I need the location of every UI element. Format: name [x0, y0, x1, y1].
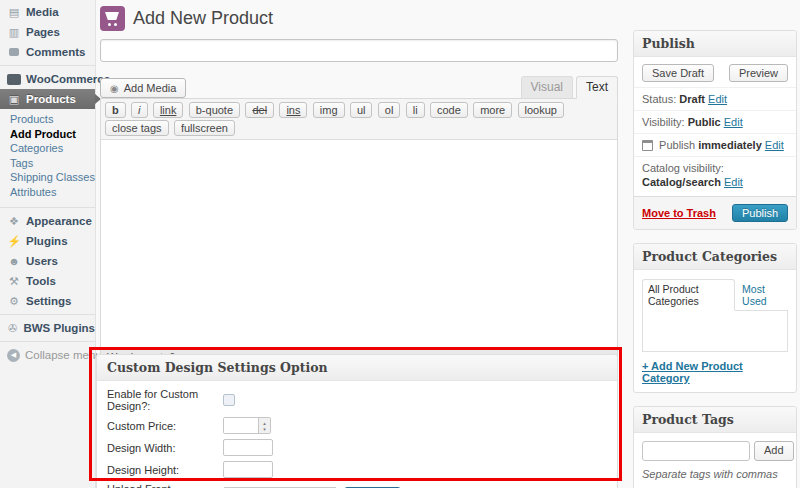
- editor-tabs: Visual Text: [521, 75, 618, 98]
- add-media-button[interactable]: ◉ Add Media: [100, 78, 186, 98]
- sidebar-subitem-add-product[interactable]: Add Product: [0, 127, 95, 142]
- custom-price-input[interactable]: [224, 418, 258, 433]
- sidebar-item-label: Comments: [26, 46, 85, 58]
- sidebar-item-bws-plugins[interactable]: ✇ BWS Plugins: [0, 318, 95, 338]
- sidebar-item-media[interactable]: ▤ Media: [0, 2, 95, 22]
- tools-icon: ⚒: [7, 275, 21, 288]
- visibility-row: Visibility: Public Edit: [634, 110, 796, 133]
- sidebar-item-comments[interactable]: Comments: [0, 42, 95, 62]
- sidebar-subitem-attributes[interactable]: Attributes: [0, 185, 95, 200]
- pages-icon: ▥: [7, 26, 21, 39]
- edit-visibility-link[interactable]: Edit: [724, 116, 743, 128]
- qt-blockquote-button[interactable]: b-quote: [189, 102, 240, 118]
- qt-lookup-button[interactable]: lookup: [518, 102, 564, 118]
- tab-visual[interactable]: Visual: [521, 76, 573, 98]
- enable-custom-design-row: Enable for Custom Design?:: [107, 388, 607, 412]
- qt-bold-button[interactable]: b: [105, 102, 126, 118]
- custom-price-label: Custom Price:: [107, 420, 223, 432]
- qt-code-button[interactable]: code: [430, 102, 468, 118]
- settings-icon: ⚙: [7, 295, 21, 308]
- sidebar-subitem-products[interactable]: Products: [0, 112, 95, 127]
- design-width-row: Design Width:: [107, 439, 607, 456]
- tab-all-categories[interactable]: All Product Categories: [642, 279, 735, 311]
- product-categories-box: Product Categories All Product Categorie…: [633, 243, 797, 393]
- design-height-input[interactable]: [223, 461, 273, 478]
- sidebar-item-label: Users: [26, 255, 58, 267]
- main-content: Add New Product ◉ Add Media Visual Text …: [100, 6, 618, 366]
- sidebar-item-products[interactable]: ▣ Products: [0, 89, 95, 109]
- sidebar-item-pages[interactable]: ▥ Pages: [0, 22, 95, 42]
- right-sidebar: Publish Save Draft Preview Status: Draft…: [633, 30, 797, 488]
- edit-status-link[interactable]: Edit: [708, 93, 727, 105]
- qt-del-button[interactable]: del: [245, 102, 274, 118]
- preview-button[interactable]: Preview: [729, 64, 788, 82]
- product-categories-title: Product Categories: [634, 244, 796, 270]
- sidebar-subitem-shipping-classes[interactable]: Shipping Classes: [0, 170, 95, 185]
- publish-box-title: Publish: [634, 31, 796, 57]
- comments-icon: [7, 48, 21, 56]
- qt-close-tags-button[interactable]: close tags: [105, 120, 169, 136]
- price-spinner[interactable]: ▴ ▾: [258, 418, 270, 433]
- plugins-icon: ⚡: [7, 235, 21, 248]
- sidebar-item-tools[interactable]: ⚒ Tools: [0, 271, 95, 291]
- sidebar-item-settings[interactable]: ⚙ Settings: [0, 291, 95, 311]
- sidebar-item-label: Settings: [26, 295, 71, 307]
- custom-design-settings-panel: Custom Design Settings Option Enable for…: [96, 354, 618, 488]
- spinner-down-icon[interactable]: ▾: [263, 426, 266, 432]
- add-new-category-link[interactable]: + Add New Product Category: [642, 360, 788, 384]
- qt-img-button[interactable]: img: [313, 102, 345, 118]
- sidebar-separator: [0, 207, 95, 208]
- tag-input[interactable]: [642, 441, 750, 461]
- product-cart-icon: [100, 6, 125, 31]
- upload-front-row: Upload Front Background Image: Browse: [107, 483, 607, 488]
- quicktags-toolbar: b i link b-quote del ins img ul ol li co…: [101, 99, 617, 139]
- qt-link-button[interactable]: link: [153, 102, 184, 118]
- edit-schedule-link[interactable]: Edit: [765, 139, 784, 151]
- publish-button[interactable]: Publish: [732, 204, 788, 222]
- sidebar-subitem-tags[interactable]: Tags: [0, 156, 95, 171]
- bws-plugins-icon: ✇: [7, 322, 18, 335]
- add-tag-button[interactable]: Add: [754, 441, 794, 461]
- upload-front-label: Upload Front Background Image:: [107, 483, 223, 488]
- sidebar-item-label: WooCommerce: [26, 73, 110, 85]
- add-media-label: Add Media: [124, 82, 177, 94]
- qt-li-button[interactable]: li: [406, 102, 425, 118]
- qt-ins-button[interactable]: ins: [279, 102, 307, 118]
- design-width-input[interactable]: [223, 439, 273, 456]
- enable-custom-design-label: Enable for Custom Design?:: [107, 388, 223, 412]
- tags-hint: Separate tags with commas: [642, 468, 788, 480]
- sidebar-subitem-categories[interactable]: Categories: [0, 141, 95, 156]
- move-to-trash-link[interactable]: Move to Trash: [642, 207, 716, 219]
- sidebar-item-users[interactable]: ☻ Users: [0, 251, 95, 271]
- custom-design-settings-title: Custom Design Settings Option: [97, 355, 617, 381]
- qt-italic-button[interactable]: i: [131, 102, 147, 118]
- qt-more-button[interactable]: more: [473, 102, 512, 118]
- qt-fullscreen-button[interactable]: fullscreen: [174, 120, 235, 136]
- content-editor: b i link b-quote del ins img ul ol li co…: [100, 98, 618, 366]
- save-draft-button[interactable]: Save Draft: [642, 64, 714, 82]
- enable-custom-design-checkbox[interactable]: [223, 394, 235, 406]
- sidebar-item-label: Appearance: [26, 215, 92, 227]
- sidebar-item-label: Products: [26, 93, 76, 105]
- catalog-visibility-row: Catalog visibility: Catalog/search Edit: [634, 156, 796, 193]
- product-title-input[interactable]: [100, 39, 618, 62]
- sidebar-separator: [0, 314, 95, 315]
- edit-catalog-visibility-link[interactable]: Edit: [724, 176, 743, 188]
- appearance-icon: ❖: [7, 215, 21, 228]
- products-icon: ▣: [7, 93, 21, 106]
- category-list[interactable]: [642, 310, 788, 352]
- tab-text[interactable]: Text: [576, 76, 618, 99]
- page-title: Add New Product: [133, 8, 273, 29]
- content-textarea[interactable]: [101, 139, 617, 347]
- sidebar-item-label: Media: [26, 6, 59, 18]
- woocommerce-icon: [7, 74, 21, 85]
- sidebar-item-appearance[interactable]: ❖ Appearance: [0, 211, 95, 231]
- collapse-menu-button[interactable]: ◀ Collapse menu: [0, 345, 95, 365]
- collapse-menu-label: Collapse menu: [25, 349, 102, 361]
- sidebar-item-woocommerce[interactable]: WooCommerce: [0, 69, 95, 89]
- tab-most-used[interactable]: Most Used: [735, 280, 788, 310]
- sidebar-item-plugins[interactable]: ⚡ Plugins: [0, 231, 95, 251]
- collapse-menu-icon: ◀: [7, 349, 20, 362]
- qt-ul-button[interactable]: ul: [350, 102, 373, 118]
- qt-ol-button[interactable]: ol: [378, 102, 401, 118]
